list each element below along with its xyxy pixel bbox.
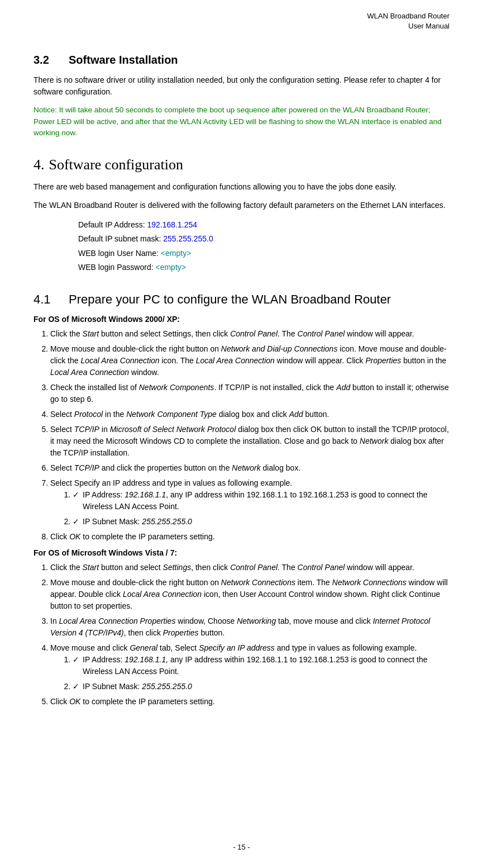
default-subnet-label: Default IP subnet mask: — [78, 234, 163, 243]
list-item: Select TCP/IP and click the properties b… — [50, 462, 449, 474]
section-32-notice: Notice: It will take about 50 seconds to… — [34, 105, 449, 139]
list-item: Click the Start button and select Settin… — [50, 328, 449, 340]
list-item: IP Address: 192.168.1.1, any IP address … — [73, 489, 449, 513]
xp-check-list: IP Address: 192.168.1.1, any IP address … — [67, 489, 449, 528]
list-item: Select Protocol in the Network Component… — [50, 409, 449, 420]
list-item: Move mouse and double-click the right bu… — [50, 577, 449, 612]
os-vista-list: Click the Start button and select Settin… — [45, 562, 449, 708]
list-item: IP Address: 192.168.1.1, any IP address … — [73, 654, 449, 677]
vista-check-list: IP Address: 192.168.1.1, any IP address … — [67, 654, 449, 692]
list-item: IP Subnet Mask: 255.255.255.0 — [73, 681, 449, 692]
page-footer: - 15 - — [34, 843, 449, 851]
section-41-heading-row: 4.1 Prepare your PC to configure the WLA… — [34, 282, 449, 315]
section-4-body2: The WLAN Broadband Router is delivered w… — [34, 200, 449, 211]
list-item: Click OK to complete the IP parameters s… — [50, 531, 449, 543]
list-item: Select Specify an IP address and type in… — [50, 477, 449, 528]
default-password-label: WEB login Password: — [78, 263, 156, 272]
section-4-title: Software configuration — [49, 156, 183, 173]
section-4-number: 4. — [34, 156, 45, 173]
section-32-title: Software Installation — [69, 54, 178, 67]
list-item: Click the Start button and select Settin… — [50, 562, 449, 573]
header-line2: User Manual — [408, 22, 449, 30]
default-params: Default IP Address: 192.168.1.254 Defaul… — [78, 218, 449, 274]
section-32-number: 3.2 — [34, 54, 64, 67]
default-ip-label: Default IP Address: — [78, 220, 147, 229]
default-username: WEB login User Name: <empty> — [78, 246, 449, 260]
section-41-title: Prepare your PC to configure the WLAN Br… — [69, 292, 391, 307]
list-item: IP Subnet Mask: 255.255.255.0 — [73, 516, 449, 528]
default-username-value: <empty> — [161, 249, 191, 258]
default-password: WEB login Password: <empty> — [78, 260, 449, 274]
page-number: - 15 - — [233, 843, 250, 851]
page-container: WLAN Broadband Router User Manual 3.2 So… — [0, 0, 483, 868]
default-ip-value: 192.168.1.254 — [147, 220, 197, 229]
list-item: Select TCP/IP in Microsoft of Select Net… — [50, 424, 449, 459]
default-subnet: Default IP subnet mask: 255.255.255.0 — [78, 232, 449, 246]
os-xp-list: Click the Start button and select Settin… — [45, 328, 449, 543]
os-xp-heading: For OS of Microsoft Windows 2000/ XP: — [34, 315, 449, 324]
header-line1: WLAN Broadband Router — [367, 12, 449, 20]
section-32-heading-row: 3.2 Software Installation — [34, 48, 449, 74]
list-item: Move mouse and double-click the right bu… — [50, 343, 449, 378]
list-item: In Local Area Connection Properties wind… — [50, 615, 449, 639]
default-subnet-value: 255.255.255.0 — [163, 234, 213, 243]
section-32-body1: There is no software driver or utility i… — [34, 74, 449, 98]
page-header: WLAN Broadband Router User Manual — [34, 11, 449, 31]
default-username-label: WEB login User Name: — [78, 249, 161, 258]
list-item: Check the installed list of Network Comp… — [50, 382, 449, 405]
section-41-number: 4.1 — [34, 292, 64, 307]
list-item: Move mouse and click General tab, Select… — [50, 642, 449, 692]
default-ip: Default IP Address: 192.168.1.254 — [78, 218, 449, 232]
os-vista-heading: For OS of Microsoft Windows Vista / 7: — [34, 548, 449, 557]
list-item: Click OK to complete the IP parameters s… — [50, 696, 449, 708]
section-4-heading-row: 4. Software configuration — [34, 146, 449, 181]
default-password-value: <empty> — [156, 263, 186, 272]
section-4-body1: There are web based management and confi… — [34, 181, 449, 193]
